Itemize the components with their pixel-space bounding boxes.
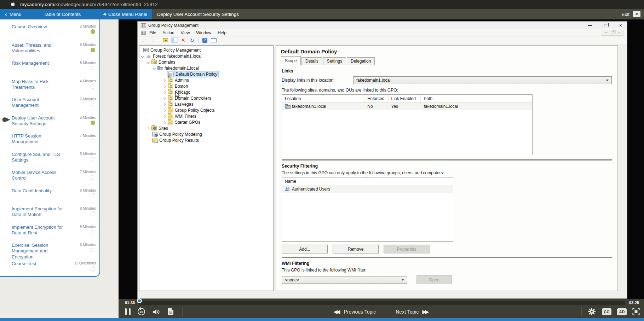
sidebar-item-title[interactable]: Mobile Device Access Control bbox=[12, 170, 69, 181]
back-icon[interactable]: ← bbox=[140, 37, 147, 43]
seek-handle[interactable] bbox=[137, 298, 142, 303]
tree-item-sites[interactable]: Sites bbox=[139, 125, 273, 131]
menu-button[interactable]: ‹Menu bbox=[5, 11, 21, 17]
sidebar-item-title[interactable]: Data Confidentiality bbox=[12, 188, 69, 194]
sidebar-item-title[interactable]: User Account Management bbox=[12, 97, 69, 109]
chevron-collapsed-icon[interactable] bbox=[162, 78, 167, 83]
security-list-row[interactable]: Authenticated Users bbox=[282, 185, 453, 193]
chevron-collapsed-icon[interactable] bbox=[162, 120, 167, 125]
tree-item-boston[interactable]: Boston bbox=[139, 83, 273, 89]
close-icon[interactable]: × bbox=[619, 23, 622, 28]
sidebar-item-title[interactable]: Implement Encryption for Data in Motion bbox=[12, 206, 69, 218]
display-links-dropdown[interactable]: fakedomain1.local bbox=[353, 76, 612, 84]
previous-topic-button[interactable]: ◀◀Previous Topic bbox=[333, 309, 376, 315]
menu-help[interactable]: Help bbox=[214, 30, 230, 35]
sidebar-item-title[interactable]: Implement Encryption for Data at Rest bbox=[12, 224, 69, 236]
sidebar-item-map-risks[interactable]: Map Risks to Risk Treatments 4 Minutes bbox=[0, 76, 99, 95]
delete-icon[interactable]: ✕ bbox=[180, 37, 186, 43]
sidebar-item-asset-threats[interactable]: Asset, Threats, and Vulnerabilities 5 Mi… bbox=[0, 40, 99, 58]
tree-item-lasvegas[interactable]: LasVegas bbox=[139, 101, 273, 107]
minimize-icon[interactable] bbox=[588, 25, 592, 26]
column-path[interactable]: Path bbox=[421, 95, 532, 102]
sidebar-item-course-test[interactable]: Course Test 11 Questions bbox=[0, 258, 99, 277]
sidebar-item-mobile-device-access[interactable]: Mobile Device Access Control 7 Minutes bbox=[0, 167, 99, 186]
menu-window[interactable]: Window bbox=[193, 30, 215, 35]
restore-icon[interactable] bbox=[604, 24, 607, 27]
sidebar-item-exercise-session-encryption[interactable]: Exercise: Session Management and Encrypt… bbox=[0, 240, 99, 258]
pause-button[interactable] bbox=[125, 308, 131, 315]
video-stage[interactable]: Group Policy Management × File Action Vi… bbox=[119, 19, 644, 299]
settings-button[interactable] bbox=[588, 308, 596, 315]
remove-button[interactable]: Remove bbox=[333, 245, 379, 253]
sidebar-item-data-confidentiality[interactable]: Data Confidentiality 6 Minutes bbox=[0, 186, 99, 204]
sidebar-item-encryption-data-in-motion[interactable]: Implement Encryption for Data in Motion … bbox=[0, 204, 99, 222]
sidebar-item-title[interactable]: Risk Management bbox=[12, 60, 69, 66]
sidebar-item-user-account-management[interactable]: User Account Management 5 Minutes bbox=[0, 94, 99, 113]
exit-close-button[interactable]: ✕ bbox=[633, 11, 640, 17]
active-topic-tab[interactable]: Deploy User Account Security Settings bbox=[157, 12, 239, 17]
tree-item-group-policy-results[interactable]: Group Policy Results bbox=[139, 137, 273, 143]
show-console-tree-icon[interactable] bbox=[171, 37, 178, 43]
chevron-collapsed-icon[interactable] bbox=[162, 114, 167, 119]
menu-action[interactable]: Action bbox=[159, 30, 177, 35]
sidebar-item-encryption-data-at-rest[interactable]: Implement Encryption for Data at Rest 5 … bbox=[0, 222, 99, 240]
rewind-10-button[interactable]: 10 bbox=[138, 308, 145, 315]
menu-file[interactable]: File bbox=[146, 30, 159, 35]
new-window-icon[interactable] bbox=[210, 37, 217, 43]
fullscreen-button[interactable] bbox=[632, 308, 640, 315]
tab-settings[interactable]: Settings bbox=[323, 57, 346, 65]
transcript-button[interactable] bbox=[167, 308, 174, 315]
properties-button[interactable]: Properties bbox=[384, 245, 430, 253]
open-button[interactable]: Open bbox=[416, 275, 452, 284]
links-table[interactable]: Location^ Enforced Link Enabled Path fak… bbox=[282, 94, 533, 155]
refresh-icon[interactable]: ↻ bbox=[189, 37, 195, 43]
tab-delegation[interactable]: Delegation bbox=[347, 57, 375, 65]
chevron-collapsed-icon[interactable] bbox=[162, 96, 167, 101]
tree-item-chicago[interactable]: Chicago bbox=[139, 89, 273, 95]
sidebar-item-configure-ssl-tls[interactable]: Configure SSL and TLS Settings 5 Minutes bbox=[0, 149, 99, 168]
tree-item-default-domain-policy[interactable]: Default Domain Policy bbox=[139, 71, 273, 77]
chevron-collapsed-icon[interactable] bbox=[145, 126, 150, 131]
sidebar-item-title[interactable]: Course Test bbox=[12, 261, 69, 267]
restore-icon[interactable] bbox=[611, 31, 614, 34]
wmi-filter-dropdown[interactable]: <none> bbox=[282, 276, 407, 284]
sidebar-item-title[interactable]: Asset, Threats, and Vulnerabilities bbox=[12, 42, 69, 54]
sidebar-item-title[interactable]: Course Overview bbox=[12, 24, 69, 30]
column-name[interactable]: Name^ bbox=[282, 177, 453, 185]
add-button[interactable]: Add... bbox=[282, 245, 328, 253]
forward-icon[interactable]: → bbox=[149, 37, 156, 43]
window-titlebar[interactable]: Group Policy Management × bbox=[138, 22, 627, 29]
sidebar-item-http-session-management[interactable]: HTTP Session Management 7 Minutes bbox=[0, 131, 99, 149]
browser-address-bar[interactable]: mycademy.com/knowledge/launch/76494/?enr… bbox=[0, 0, 644, 9]
tab-scope[interactable]: Scope bbox=[281, 56, 301, 65]
next-topic-button[interactable]: Next Topic▶▶ bbox=[396, 309, 429, 315]
tree-item-domain-controllers[interactable]: Domain Controllers bbox=[139, 95, 273, 101]
sidebar-item-title[interactable]: HTTP Session Management bbox=[12, 133, 69, 145]
links-table-row[interactable]: fakedomain1.local No Yes fakedomain1.loc… bbox=[282, 103, 532, 110]
tree-item-admins[interactable]: Admins bbox=[139, 77, 273, 83]
chevron-collapsed-icon[interactable] bbox=[162, 108, 167, 113]
chevron-collapsed-icon[interactable] bbox=[162, 84, 167, 89]
sidebar-item-title[interactable]: Configure SSL and TLS Settings bbox=[12, 152, 69, 163]
close-icon[interactable]: × bbox=[618, 31, 620, 35]
chevron-expanded-icon[interactable] bbox=[145, 60, 150, 65]
tree-item-domains[interactable]: Domains bbox=[139, 59, 273, 65]
tree-item-group-policy-management[interactable]: Group Policy Management bbox=[139, 47, 273, 53]
tree-item-fakedomain1[interactable]: fakedomain1.local bbox=[139, 65, 273, 71]
chevron-collapsed-icon[interactable] bbox=[162, 90, 167, 95]
column-location[interactable]: Location^ bbox=[282, 95, 364, 102]
column-link-enabled[interactable]: Link Enabled bbox=[389, 95, 421, 102]
close-menu-panel-button[interactable]: ◀Close Menu Panel bbox=[103, 12, 147, 17]
sidebar-item-title[interactable]: Deploy User Account Security Settings bbox=[12, 115, 69, 127]
exit-button[interactable]: Exit bbox=[621, 12, 629, 17]
volume-button[interactable] bbox=[152, 308, 160, 315]
sidebar-item-title[interactable]: Exercise: Session Management and Encrypt… bbox=[12, 243, 69, 260]
sidebar-item-title[interactable]: Map Risks to Risk Treatments bbox=[12, 79, 69, 91]
tab-details[interactable]: Details bbox=[301, 57, 322, 65]
chevron-collapsed-icon[interactable] bbox=[162, 102, 167, 107]
menu-view[interactable]: View bbox=[178, 30, 193, 35]
tree-item-starter-gpos[interactable]: Starter GPOs bbox=[139, 119, 273, 125]
sidebar-item-risk-management[interactable]: Risk Management 5 Minutes bbox=[0, 58, 99, 76]
seek-bar[interactable] bbox=[139, 301, 625, 305]
chevron-expanded-icon[interactable] bbox=[151, 66, 156, 71]
